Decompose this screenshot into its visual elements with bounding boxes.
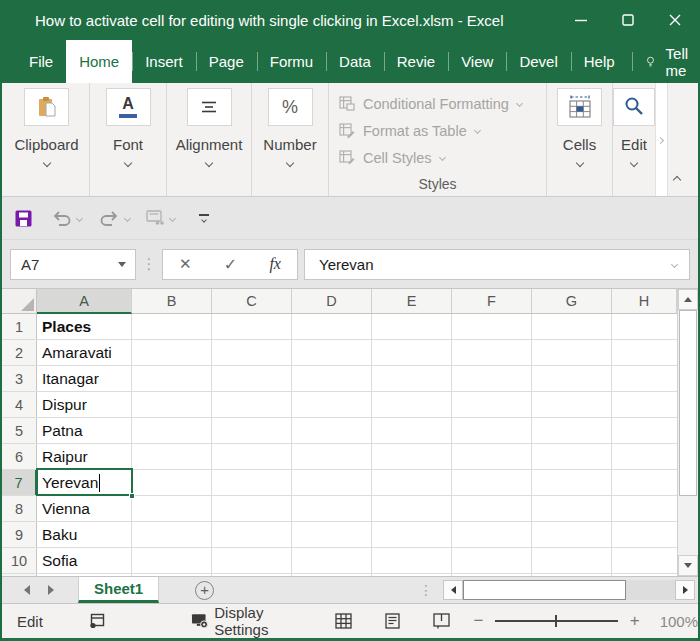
vertical-scrollbar[interactable] bbox=[677, 289, 698, 576]
macro-record-button[interactable] bbox=[89, 613, 105, 629]
row-header-9[interactable]: 9 bbox=[2, 522, 37, 547]
editing-group-button[interactable]: Edit bbox=[613, 83, 655, 196]
active-cell-A7[interactable]: Yerevan bbox=[37, 470, 132, 495]
undo-button[interactable] bbox=[51, 210, 72, 227]
empty-cells[interactable] bbox=[132, 470, 677, 495]
cell-A11[interactable] bbox=[37, 574, 132, 576]
empty-cells[interactable] bbox=[132, 418, 677, 443]
zoom-in-button[interactable]: + bbox=[630, 611, 640, 631]
name-box-dropdown-icon[interactable] bbox=[118, 262, 126, 267]
column-header-C[interactable]: C bbox=[212, 289, 292, 314]
maximize-button[interactable] bbox=[604, 0, 651, 40]
cell-styles-button[interactable]: Cell Styles bbox=[339, 144, 445, 171]
empty-cells[interactable] bbox=[132, 574, 677, 576]
horizontal-scroll-thumb[interactable] bbox=[463, 580, 626, 600]
sheet-nav-left-button[interactable] bbox=[24, 585, 30, 595]
insert-function-button[interactable]: fx bbox=[269, 255, 281, 273]
zoom-slider[interactable] bbox=[495, 620, 617, 622]
scroll-left-button[interactable] bbox=[443, 580, 463, 600]
cells-group-button[interactable]: Cells bbox=[547, 83, 613, 196]
cell-A3[interactable]: Itanagar bbox=[37, 366, 132, 391]
row-header-2[interactable]: 2 bbox=[2, 340, 37, 365]
column-header-F[interactable]: F bbox=[452, 289, 532, 314]
column-header-A[interactable]: A bbox=[37, 289, 132, 314]
cell-A9[interactable]: Baku bbox=[37, 522, 132, 547]
email-button[interactable] bbox=[146, 210, 165, 226]
row-header-11[interactable]: 11 bbox=[2, 574, 37, 576]
cell-A8[interactable]: Vienna bbox=[37, 496, 132, 521]
vertical-scroll-thumb[interactable] bbox=[679, 310, 697, 496]
horizontal-scrollbar[interactable] bbox=[443, 580, 695, 600]
cell-A6[interactable]: Raipur bbox=[37, 444, 132, 469]
row-header-8[interactable]: 8 bbox=[2, 496, 37, 521]
column-header-E[interactable]: E bbox=[372, 289, 452, 314]
collapse-ribbon-button[interactable] bbox=[668, 174, 686, 186]
row-header-10[interactable]: 10 bbox=[2, 548, 37, 573]
horizontal-scroll-track[interactable] bbox=[626, 580, 675, 600]
column-header-H[interactable]: H bbox=[612, 289, 677, 314]
scroll-right-button[interactable] bbox=[675, 580, 695, 600]
alignment-group-button[interactable]: Alignment bbox=[167, 83, 252, 196]
vertical-scroll-track[interactable] bbox=[678, 496, 698, 555]
tab-splitter-icon[interactable]: ⋮ bbox=[419, 582, 433, 598]
cell-A4[interactable]: Dispur bbox=[37, 392, 132, 417]
formula-input[interactable]: Yerevan bbox=[304, 249, 690, 280]
tell-me-button[interactable]: Tell me bbox=[632, 40, 700, 83]
ribbon-scroll-strip[interactable] bbox=[655, 83, 668, 196]
empty-cells[interactable] bbox=[132, 548, 677, 573]
number-group-button[interactable]: % Number bbox=[252, 83, 329, 196]
empty-cells[interactable] bbox=[132, 392, 677, 417]
row-header-3[interactable]: 3 bbox=[2, 366, 37, 391]
redo-button[interactable] bbox=[99, 210, 120, 227]
empty-cells[interactable] bbox=[132, 522, 677, 547]
format-as-table-button[interactable]: Format as Table bbox=[339, 117, 480, 144]
tab-view[interactable]: View bbox=[448, 40, 506, 83]
empty-cells[interactable] bbox=[132, 366, 677, 391]
display-settings-button[interactable]: Display Settings bbox=[191, 604, 319, 638]
clipboard-group-button[interactable]: Clipboard bbox=[4, 83, 90, 196]
new-sheet-button[interactable]: + bbox=[195, 581, 214, 600]
save-button[interactable] bbox=[15, 210, 32, 227]
row-header-4[interactable]: 4 bbox=[2, 392, 37, 417]
empty-cells[interactable] bbox=[132, 496, 677, 521]
tab-file[interactable]: File bbox=[16, 40, 66, 83]
customize-quick-access-button[interactable] bbox=[199, 214, 209, 222]
undo-dropdown-chevron-icon[interactable] bbox=[76, 214, 83, 221]
scroll-down-button[interactable] bbox=[678, 555, 698, 576]
row-header-1[interactable]: 1 bbox=[2, 314, 37, 339]
zoom-out-button[interactable]: − bbox=[474, 611, 484, 631]
page-layout-view-icon[interactable] bbox=[385, 613, 400, 629]
conditional-formatting-button[interactable]: Conditional Formatting bbox=[339, 90, 522, 117]
empty-cells[interactable] bbox=[132, 314, 677, 339]
sheet-tab-sheet1[interactable]: Sheet1 bbox=[78, 577, 159, 603]
column-header-G[interactable]: G bbox=[532, 289, 612, 314]
formula-bar-splitter-icon[interactable]: ⋮ bbox=[136, 255, 162, 273]
scroll-up-button[interactable] bbox=[678, 289, 698, 310]
select-all-button[interactable] bbox=[2, 289, 37, 314]
tab-home[interactable]: Home bbox=[66, 40, 132, 83]
tab-review[interactable]: Revie bbox=[384, 40, 448, 83]
column-header-D[interactable]: D bbox=[292, 289, 372, 314]
email-dropdown-chevron-icon[interactable] bbox=[169, 214, 176, 221]
cancel-button[interactable]: ✕ bbox=[179, 255, 192, 273]
close-button[interactable] bbox=[651, 0, 698, 40]
tab-page-layout[interactable]: Page bbox=[196, 40, 257, 83]
row-header-7[interactable]: 7 bbox=[2, 470, 37, 495]
empty-cells[interactable] bbox=[132, 340, 677, 365]
tab-developer[interactable]: Devel bbox=[506, 40, 570, 83]
expand-formula-bar-icon[interactable] bbox=[671, 260, 678, 267]
tab-help[interactable]: Help bbox=[571, 40, 628, 83]
cell-A1[interactable]: Places bbox=[37, 314, 132, 339]
tab-insert[interactable]: Insert bbox=[132, 40, 196, 83]
name-box[interactable]: A7 bbox=[10, 249, 136, 280]
row-header-5[interactable]: 5 bbox=[2, 418, 37, 443]
zoom-level[interactable]: 100% bbox=[660, 613, 698, 630]
column-header-B[interactable]: B bbox=[132, 289, 212, 314]
fill-handle[interactable] bbox=[129, 493, 135, 499]
cell-A10[interactable]: Sofia bbox=[37, 548, 132, 573]
minimize-button[interactable] bbox=[557, 0, 604, 40]
zoom-slider-thumb[interactable] bbox=[555, 615, 557, 627]
redo-dropdown-chevron-icon[interactable] bbox=[124, 214, 131, 221]
enter-button[interactable]: ✓ bbox=[224, 255, 237, 274]
tab-data[interactable]: Data bbox=[326, 40, 384, 83]
